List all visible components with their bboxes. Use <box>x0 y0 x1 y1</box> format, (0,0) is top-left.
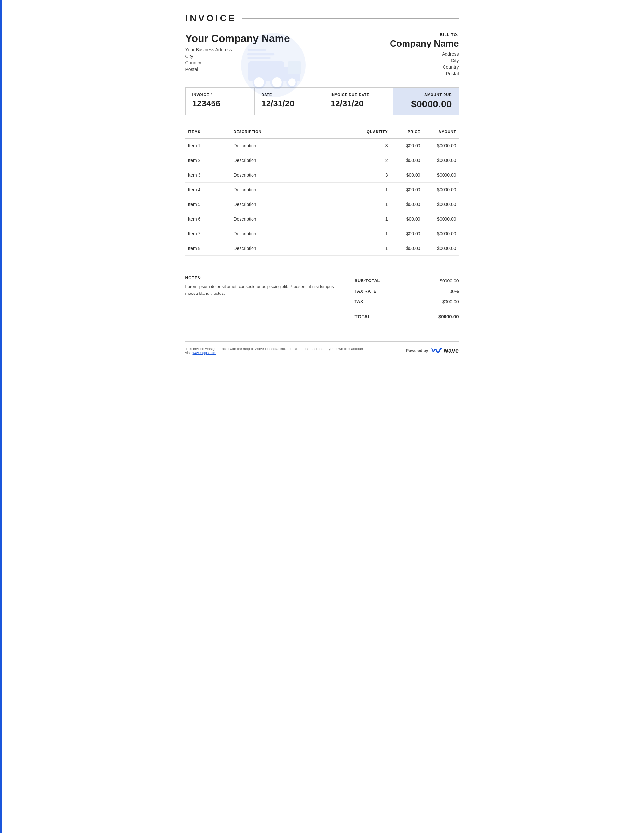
bill-to-address: Address <box>387 51 459 56</box>
item-quantity: 1 <box>358 212 391 227</box>
invoice-meta-left: INVOICE # 123456 DATE 12/31/20 INVOICE D… <box>186 87 393 115</box>
col-header-amount: AMOUNT <box>423 125 459 138</box>
footer-link[interactable]: waveapps.com <box>193 351 216 355</box>
item-name: Item 3 <box>185 168 231 183</box>
bill-to-country: Country <box>387 64 459 70</box>
item-amount: $0000.00 <box>423 168 459 183</box>
svg-point-4 <box>253 76 264 88</box>
item-name: Item 6 <box>185 212 231 227</box>
company-country: Country <box>185 60 387 65</box>
table-row: Item 6 Description 1 $00.00 $0000.00 <box>185 212 459 227</box>
company-address: Your Business Address <box>185 47 387 52</box>
bill-to-city: City <box>387 58 459 63</box>
invoice-date-label: DATE <box>261 93 317 96</box>
item-quantity: 3 <box>358 138 391 153</box>
col-header-description: DESCRIPTION <box>231 125 358 138</box>
item-name: Item 5 <box>185 197 231 212</box>
total-value: $0000.00 <box>438 314 459 319</box>
title-divider <box>242 18 459 19</box>
item-name: Item 8 <box>185 241 231 256</box>
invoice-due-date-label: INVOICE DUE DATE <box>331 93 386 96</box>
notes-label: NOTES: <box>185 276 342 280</box>
item-price: $00.00 <box>391 168 423 183</box>
item-quantity: 1 <box>358 227 391 241</box>
tax-rate-label: TAX RATE <box>355 289 377 294</box>
amount-due-value: $0000.00 <box>400 98 452 110</box>
bottom-footer: This invoice was generated with the help… <box>185 341 459 355</box>
powered-by-label: Powered by <box>406 349 428 353</box>
bill-to-postal: Postal <box>387 71 459 76</box>
totals-area: SUB-TOTAL $0000.00 TAX RATE 00% TAX $000… <box>355 276 459 322</box>
footer-text: This invoice was generated with the help… <box>185 347 368 355</box>
item-quantity: 3 <box>358 168 391 183</box>
item-amount: $0000.00 <box>423 241 459 256</box>
company-section: Your Company Name Your Business Address … <box>185 32 459 77</box>
invoice-due-date-cell: INVOICE DUE DATE 12/31/20 <box>324 87 393 115</box>
item-name: Item 2 <box>185 153 231 168</box>
item-amount: $0000.00 <box>423 183 459 197</box>
notes-text: Lorem ipsum dolor sit amet, consectetur … <box>185 283 342 297</box>
table-row: Item 4 Description 1 $00.00 $0000.00 <box>185 183 459 197</box>
item-description: Description <box>231 183 358 197</box>
tax-rate-row: TAX RATE 00% <box>355 286 459 296</box>
invoice-number-label: INVOICE # <box>192 93 248 96</box>
amount-due-label: AMOUNT DUE <box>400 93 452 96</box>
table-header-row: ITEMS DESCRIPTION QUANTITY PRICE AMOUNT <box>185 125 459 138</box>
svg-point-5 <box>271 76 282 88</box>
table-row: Item 2 Description 2 $00.00 $0000.00 <box>185 153 459 168</box>
item-quantity: 2 <box>358 153 391 168</box>
wave-logo: wave <box>430 347 459 354</box>
col-header-price: PRICE <box>391 125 423 138</box>
subtotal-row: SUB-TOTAL $0000.00 <box>355 276 459 286</box>
invoice-amount-due-cell: AMOUNT DUE $0000.00 <box>393 87 459 115</box>
invoice-date-cell: DATE 12/31/20 <box>255 87 324 115</box>
table-row: Item 1 Description 3 $00.00 $0000.00 <box>185 138 459 153</box>
table-row: Item 8 Description 1 $00.00 $0000.00 <box>185 241 459 256</box>
item-price: $00.00 <box>391 153 423 168</box>
item-description: Description <box>231 153 358 168</box>
invoice-number-value: 123456 <box>192 98 248 109</box>
item-name: Item 7 <box>185 227 231 241</box>
col-header-items: ITEMS <box>185 125 231 138</box>
total-label: TOTAL <box>355 314 371 319</box>
item-name: Item 4 <box>185 183 231 197</box>
item-name: Item 1 <box>185 138 231 153</box>
item-price: $00.00 <box>391 212 423 227</box>
wave-icon <box>430 347 442 354</box>
table-row: Item 7 Description 1 $00.00 $0000.00 <box>185 227 459 241</box>
subtotal-label: SUB-TOTAL <box>355 278 380 283</box>
bill-to-section: BILL TO: Company Name Address City Count… <box>387 32 459 77</box>
section-divider <box>185 265 459 266</box>
item-description: Description <box>231 197 358 212</box>
item-amount: $0000.00 <box>423 197 459 212</box>
item-quantity: 1 <box>358 197 391 212</box>
invoice-due-date-value: 12/31/20 <box>331 98 386 109</box>
item-amount: $0000.00 <box>423 227 459 241</box>
col-header-quantity: QUANTITY <box>358 125 391 138</box>
item-description: Description <box>231 138 358 153</box>
invoice-title: INVOICE <box>185 13 237 23</box>
item-amount: $0000.00 <box>423 212 459 227</box>
item-amount: $0000.00 <box>423 138 459 153</box>
item-price: $00.00 <box>391 241 423 256</box>
item-description: Description <box>231 212 358 227</box>
bill-to-company-name: Company Name <box>387 39 459 49</box>
item-description: Description <box>231 168 358 183</box>
tax-value: $000.00 <box>442 299 459 304</box>
item-price: $00.00 <box>391 183 423 197</box>
invoice-date-value: 12/31/20 <box>261 98 317 109</box>
footer-section: NOTES: Lorem ipsum dolor sit amet, conse… <box>185 276 459 322</box>
company-postal: Postal <box>185 67 387 72</box>
total-row: TOTAL $0000.00 <box>355 311 459 322</box>
subtotal-value: $0000.00 <box>440 278 459 283</box>
company-city: City <box>185 54 387 59</box>
tax-row: TAX $000.00 <box>355 296 459 307</box>
item-price: $00.00 <box>391 197 423 212</box>
company-left: Your Company Name Your Business Address … <box>185 32 387 73</box>
wave-text: wave <box>444 347 459 354</box>
invoice-meta-wrapper: INVOICE # 123456 DATE 12/31/20 INVOICE D… <box>185 87 459 115</box>
items-table: ITEMS DESCRIPTION QUANTITY PRICE AMOUNT … <box>185 125 459 256</box>
table-row: Item 3 Description 3 $00.00 $0000.00 <box>185 168 459 183</box>
item-description: Description <box>231 241 358 256</box>
item-amount: $0000.00 <box>423 153 459 168</box>
